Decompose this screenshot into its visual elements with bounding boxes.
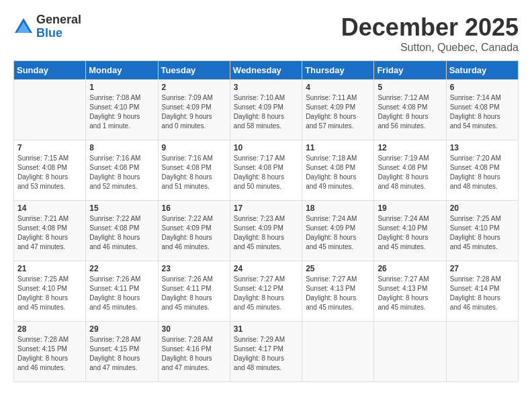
day-number: 31 xyxy=(234,324,298,334)
calendar-cell: 4Sunrise: 7:11 AM Sunset: 4:09 PM Daylig… xyxy=(302,80,374,140)
header-day-thursday: Thursday xyxy=(302,61,374,80)
day-number: 17 xyxy=(234,203,298,213)
day-number: 19 xyxy=(378,203,442,213)
day-info: Sunrise: 7:15 AM Sunset: 4:08 PM Dayligh… xyxy=(17,154,82,191)
header-row: SundayMondayTuesdayWednesdayThursdayFrid… xyxy=(14,61,519,80)
day-number: 8 xyxy=(89,143,154,152)
day-number: 12 xyxy=(378,143,442,152)
calendar-cell: 6Sunrise: 7:14 AM Sunset: 4:08 PM Daylig… xyxy=(446,80,518,140)
logo-blue-text: Blue xyxy=(36,27,81,40)
day-info: Sunrise: 7:11 AM Sunset: 4:09 PM Dayligh… xyxy=(306,93,370,131)
day-info: Sunrise: 7:25 AM Sunset: 4:10 PM Dayligh… xyxy=(450,214,515,252)
calendar-cell: 30Sunrise: 7:28 AM Sunset: 4:16 PM Dayli… xyxy=(158,322,230,382)
day-number: 14 xyxy=(17,203,82,213)
calendar-cell: 2Sunrise: 7:09 AM Sunset: 4:09 PM Daylig… xyxy=(158,80,230,140)
calendar-cell xyxy=(302,322,374,382)
calendar-cell: 21Sunrise: 7:25 AM Sunset: 4:10 PM Dayli… xyxy=(14,261,86,322)
day-number: 25 xyxy=(306,264,370,273)
day-info: Sunrise: 7:21 AM Sunset: 4:08 PM Dayligh… xyxy=(17,214,82,252)
week-row-3: 21Sunrise: 7:25 AM Sunset: 4:10 PM Dayli… xyxy=(14,261,519,322)
calendar-cell: 19Sunrise: 7:24 AM Sunset: 4:10 PM Dayli… xyxy=(374,201,446,261)
day-info: Sunrise: 7:16 AM Sunset: 4:08 PM Dayligh… xyxy=(89,154,154,191)
calendar-title: December 2025 xyxy=(341,13,519,42)
calendar-cell: 8Sunrise: 7:16 AM Sunset: 4:08 PM Daylig… xyxy=(86,140,158,201)
day-info: Sunrise: 7:08 AM Sunset: 4:10 PM Dayligh… xyxy=(89,93,154,131)
logo-general-text: General xyxy=(36,13,81,27)
week-row-4: 28Sunrise: 7:28 AM Sunset: 4:15 PM Dayli… xyxy=(14,322,519,382)
day-info: Sunrise: 7:27 AM Sunset: 4:12 PM Dayligh… xyxy=(234,275,298,312)
day-info: Sunrise: 7:22 AM Sunset: 4:08 PM Dayligh… xyxy=(89,214,154,252)
header-day-tuesday: Tuesday xyxy=(158,61,230,80)
calendar-cell: 1Sunrise: 7:08 AM Sunset: 4:10 PM Daylig… xyxy=(86,80,158,140)
calendar-cell: 16Sunrise: 7:22 AM Sunset: 4:09 PM Dayli… xyxy=(158,201,230,261)
calendar-cell: 17Sunrise: 7:23 AM Sunset: 4:09 PM Dayli… xyxy=(230,201,302,261)
calendar-cell xyxy=(14,80,86,140)
calendar-cell: 7Sunrise: 7:15 AM Sunset: 4:08 PM Daylig… xyxy=(14,140,86,201)
day-info: Sunrise: 7:12 AM Sunset: 4:08 PM Dayligh… xyxy=(378,93,442,131)
day-number: 27 xyxy=(450,264,515,273)
day-number: 11 xyxy=(306,143,370,152)
day-number: 10 xyxy=(234,143,298,152)
day-number: 18 xyxy=(306,203,370,213)
calendar-body: 1Sunrise: 7:08 AM Sunset: 4:10 PM Daylig… xyxy=(14,80,519,382)
calendar-cell: 12Sunrise: 7:19 AM Sunset: 4:08 PM Dayli… xyxy=(374,140,446,201)
day-number: 20 xyxy=(450,203,515,213)
calendar-cell: 28Sunrise: 7:28 AM Sunset: 4:15 PM Dayli… xyxy=(14,322,86,382)
day-number: 9 xyxy=(162,143,226,152)
day-number: 22 xyxy=(89,264,154,273)
calendar-cell: 20Sunrise: 7:25 AM Sunset: 4:10 PM Dayli… xyxy=(446,201,518,261)
calendar-cell: 14Sunrise: 7:21 AM Sunset: 4:08 PM Dayli… xyxy=(14,201,86,261)
day-info: Sunrise: 7:27 AM Sunset: 4:13 PM Dayligh… xyxy=(306,275,370,312)
calendar-cell: 3Sunrise: 7:10 AM Sunset: 4:09 PM Daylig… xyxy=(230,80,302,140)
day-number: 16 xyxy=(162,203,226,213)
header-day-saturday: Saturday xyxy=(446,61,518,80)
calendar-cell: 13Sunrise: 7:20 AM Sunset: 4:08 PM Dayli… xyxy=(446,140,518,201)
day-info: Sunrise: 7:28 AM Sunset: 4:15 PM Dayligh… xyxy=(89,335,154,373)
day-number: 13 xyxy=(450,143,515,152)
calendar-cell: 15Sunrise: 7:22 AM Sunset: 4:08 PM Dayli… xyxy=(86,201,158,261)
week-row-2: 14Sunrise: 7:21 AM Sunset: 4:08 PM Dayli… xyxy=(14,201,519,261)
calendar-cell: 23Sunrise: 7:26 AM Sunset: 4:11 PM Dayli… xyxy=(158,261,230,322)
day-info: Sunrise: 7:10 AM Sunset: 4:09 PM Dayligh… xyxy=(234,93,298,131)
day-number: 30 xyxy=(162,324,226,334)
calendar-cell: 11Sunrise: 7:18 AM Sunset: 4:08 PM Dayli… xyxy=(302,140,374,201)
logo-text: General Blue xyxy=(36,13,81,40)
header-day-monday: Monday xyxy=(86,61,158,80)
day-info: Sunrise: 7:09 AM Sunset: 4:09 PM Dayligh… xyxy=(162,93,226,131)
day-number: 15 xyxy=(89,203,154,213)
day-number: 21 xyxy=(17,264,82,273)
day-info: Sunrise: 7:19 AM Sunset: 4:08 PM Dayligh… xyxy=(378,154,442,191)
calendar-table: SundayMondayTuesdayWednesdayThursdayFrid… xyxy=(13,60,519,382)
day-info: Sunrise: 7:20 AM Sunset: 4:08 PM Dayligh… xyxy=(450,154,515,191)
day-info: Sunrise: 7:28 AM Sunset: 4:14 PM Dayligh… xyxy=(450,275,515,312)
calendar-subtitle: Sutton, Quebec, Canada xyxy=(341,42,519,54)
week-row-1: 7Sunrise: 7:15 AM Sunset: 4:08 PM Daylig… xyxy=(14,140,519,201)
calendar-cell: 22Sunrise: 7:26 AM Sunset: 4:11 PM Dayli… xyxy=(86,261,158,322)
day-number: 23 xyxy=(162,264,226,273)
calendar-header: SundayMondayTuesdayWednesdayThursdayFrid… xyxy=(14,61,519,80)
calendar-cell: 29Sunrise: 7:28 AM Sunset: 4:15 PM Dayli… xyxy=(86,322,158,382)
page-header: General Blue December 2025 Sutton, Quebe… xyxy=(13,13,519,54)
calendar-cell xyxy=(446,322,518,382)
calendar-cell: 10Sunrise: 7:17 AM Sunset: 4:08 PM Dayli… xyxy=(230,140,302,201)
day-number: 2 xyxy=(162,83,226,92)
day-info: Sunrise: 7:22 AM Sunset: 4:09 PM Dayligh… xyxy=(162,214,226,252)
logo: General Blue xyxy=(13,13,81,40)
day-number: 7 xyxy=(17,143,82,152)
day-info: Sunrise: 7:18 AM Sunset: 4:08 PM Dayligh… xyxy=(306,154,370,191)
calendar-cell: 26Sunrise: 7:27 AM Sunset: 4:13 PM Dayli… xyxy=(374,261,446,322)
day-info: Sunrise: 7:28 AM Sunset: 4:16 PM Dayligh… xyxy=(162,335,226,373)
header-day-sunday: Sunday xyxy=(14,61,86,80)
day-info: Sunrise: 7:26 AM Sunset: 4:11 PM Dayligh… xyxy=(89,275,154,312)
day-number: 28 xyxy=(17,324,82,334)
header-day-friday: Friday xyxy=(374,61,446,80)
day-number: 26 xyxy=(378,264,442,273)
day-number: 4 xyxy=(306,83,370,92)
day-info: Sunrise: 7:17 AM Sunset: 4:08 PM Dayligh… xyxy=(234,154,298,191)
logo-icon xyxy=(13,17,34,37)
week-row-0: 1Sunrise: 7:08 AM Sunset: 4:10 PM Daylig… xyxy=(14,80,519,140)
day-info: Sunrise: 7:14 AM Sunset: 4:08 PM Dayligh… xyxy=(450,93,515,131)
day-info: Sunrise: 7:24 AM Sunset: 4:09 PM Dayligh… xyxy=(306,214,370,252)
day-info: Sunrise: 7:16 AM Sunset: 4:08 PM Dayligh… xyxy=(162,154,226,191)
day-info: Sunrise: 7:27 AM Sunset: 4:13 PM Dayligh… xyxy=(378,275,442,312)
